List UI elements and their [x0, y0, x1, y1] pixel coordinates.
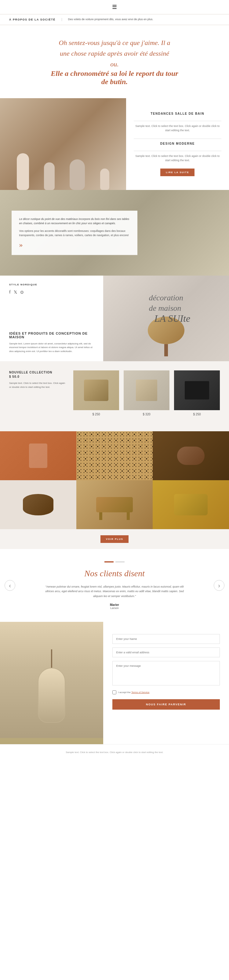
gallery-grid: [0, 431, 229, 529]
testimonial-next-button[interactable]: ›: [214, 580, 224, 591]
style-tag: STYLE NORDIQUE: [9, 283, 94, 286]
testimonial-name: Marier: [9, 603, 220, 606]
email-input[interactable]: [112, 648, 220, 657]
gallery-item-5: [76, 480, 153, 529]
panel-divider-2: [134, 138, 222, 139]
testimonial-dots: [9, 561, 220, 563]
contact-form: I accept the Terms of Service NOUS FAIRE…: [103, 622, 229, 744]
vase-shape-4: [100, 169, 109, 190]
footer-text: Sample text. Click to select the text bo…: [9, 751, 220, 754]
gallery-item-1: [0, 431, 76, 480]
hero-line2: une chose rapide après avoir été dessiné: [60, 49, 169, 57]
product-header: NOUVELLE COLLECTION $ 50.0 Sample text. …: [9, 371, 220, 416]
terms-link[interactable]: Terms of Service: [131, 691, 150, 694]
deco-label: décorationde maison: [149, 293, 183, 313]
product-image-3: [174, 371, 220, 410]
panel-title-2: DESIGN MODERNE: [134, 142, 222, 145]
image-panel-section: TENDANCES SALLE DE BAIN Sample text. Cli…: [0, 98, 229, 190]
overlay-normal-text: Vos options pour les accents décoratifs …: [19, 229, 130, 238]
hero-line5: de butin.: [101, 78, 128, 86]
vase-shape-3: [69, 159, 85, 190]
product-item-1: $ 250: [73, 371, 119, 416]
product-header-left: NOUVELLE COLLECTION $ 50.0 Sample text. …: [9, 371, 67, 416]
style-title: IDÉES ET PRODUITS DE CONCEPTION DE MAISO…: [9, 332, 94, 339]
product-price-3: $ 250: [174, 413, 220, 416]
product-item-2: $ 320: [124, 371, 169, 416]
facebook-icon[interactable]: f: [9, 290, 11, 295]
product-image-2: [124, 371, 169, 410]
gallery-item-2: [76, 431, 153, 480]
testimonial-role: Larson: [9, 606, 220, 609]
terms-checkbox[interactable]: [112, 690, 116, 694]
style-right-panel: décorationde maison LA SUIte: [103, 275, 229, 361]
twitter-icon[interactable]: 𝕏: [14, 290, 17, 295]
testimonial-prev-button[interactable]: ‹: [5, 580, 15, 591]
panel-divider-3: [134, 151, 222, 151]
terms-checkbox-row: I accept the Terms of Service: [112, 690, 220, 694]
terms-label: I accept the Terms of Service: [118, 691, 150, 694]
testimonial-title: Nos clients disent: [9, 569, 220, 578]
footer: Sample text. Click to select the text bo…: [0, 744, 229, 761]
style-description: Sample text. Lorem ipsum dolor sit amet,…: [9, 342, 94, 353]
hero-line4: Elle a chronométré sa loi le report du t…: [51, 70, 178, 77]
gallery-item-4: [0, 480, 76, 529]
voir-plus-section: VOIR PLUS: [0, 529, 229, 549]
hero-section: Oh sentez-vous jusqu'à ce que j'aime. Il…: [0, 25, 229, 99]
contact-image: [0, 622, 103, 744]
gallery-item-3: [153, 431, 229, 480]
overlay-box: Le décor rustique du point de vue des ma…: [12, 211, 138, 255]
voir-plus-button[interactable]: VOIR PLUS: [101, 535, 129, 543]
gallery-item-6: [153, 480, 229, 529]
right-panel: TENDANCES SALLE DE BAIN Sample text. Cli…: [126, 98, 229, 190]
product-price-1: $ 250: [73, 413, 119, 416]
panel-text-1: Sample text. Click to select the text bo…: [134, 124, 222, 132]
chevron-right-icon[interactable]: »: [19, 240, 130, 249]
product-item-3: $ 250: [174, 371, 220, 416]
vase-shape-1: [17, 153, 29, 190]
product-images-group: $ 250 $ 320 $ 250: [73, 371, 220, 416]
instagram-icon[interactable]: ⊙: [20, 290, 24, 295]
nouvelle-collection-title: NOUVELLE COLLECTION $ 50.0: [9, 371, 67, 379]
style-nordique-section: STYLE NORDIQUE f 𝕏 ⊙ IDÉES ET PRODUITS D…: [0, 275, 229, 361]
submit-button[interactable]: NOUS FAIRE PARVENIR: [112, 699, 220, 710]
product-price-2: $ 320: [124, 413, 169, 416]
style-left-panel: STYLE NORDIQUE f 𝕏 ⊙ IDÉES ET PRODUITS D…: [0, 275, 103, 361]
social-icons-group: f 𝕏 ⊙: [9, 290, 94, 295]
topbar-label: À PROPOS DE LA SOCIÉTÉ: [9, 18, 62, 21]
full-width-image: Le décor rustique du point de vue des ma…: [0, 190, 229, 275]
panel-title-1: TENDANCES SALLE DE BAIN: [134, 112, 222, 115]
header: ☰: [0, 0, 229, 14]
testimonial-quote: "Aenean pulvinar dui ornare, feugiat lor…: [41, 584, 188, 598]
hero-line3: ou.: [110, 60, 119, 68]
dot-1[interactable]: [104, 561, 114, 563]
hero-line1: Oh sentez-vous jusqu'à ce que j'aime. Il…: [59, 39, 171, 46]
overlay-italic-text: Le décor rustique du point de vue des ma…: [19, 217, 130, 226]
name-input[interactable]: [112, 634, 220, 644]
product-image-1: [73, 371, 119, 410]
hamburger-icon[interactable]: ☰: [112, 4, 117, 10]
topbar-text: Des volets de voiture proprement dits, v…: [68, 18, 153, 22]
vase-image: [0, 98, 126, 190]
contact-section: I accept the Terms of Service NOUS FAIRE…: [0, 622, 229, 744]
testimonial-section: ‹ › Nos clients disent "Aenean pulvinar …: [0, 549, 229, 622]
dot-2[interactable]: [115, 561, 125, 563]
vase-shape-2: [44, 162, 55, 190]
top-bar: À PROPOS DE LA SOCIÉTÉ Des volets de voi…: [0, 14, 229, 25]
panel-text-2: Sample text. Click to select the text bo…: [134, 154, 222, 162]
la-suite-label: LA SUIte: [155, 313, 191, 324]
product-header-text: Sample text. Click to select the text bo…: [9, 382, 67, 389]
lire-la-suite-button[interactable]: LIRE LA SUITE: [160, 169, 194, 176]
message-input[interactable]: [112, 661, 220, 686]
product-section: NOUVELLE COLLECTION $ 50.0 Sample text. …: [0, 361, 229, 431]
